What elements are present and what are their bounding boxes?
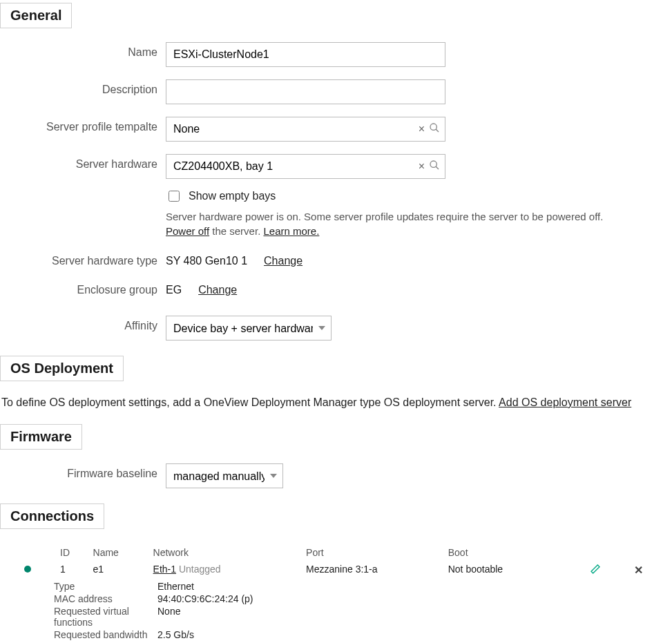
detail-mac-value: 94:40:C9:6C:24:24 (p) xyxy=(157,593,296,604)
col-name: Name xyxy=(88,544,148,561)
detail-vf-value: None xyxy=(157,606,296,628)
hardware-label: Server hardware xyxy=(0,154,166,171)
section-connections-header: Connections xyxy=(0,503,104,529)
col-port: Port xyxy=(300,544,443,561)
show-empty-bays-checkbox[interactable] xyxy=(169,191,180,202)
description-label: Description xyxy=(0,79,166,96)
svg-point-0 xyxy=(430,124,436,130)
os-deployment-text: To define OS deployment settings, add a … xyxy=(1,396,672,409)
col-id: ID xyxy=(55,544,87,561)
encgroup-value: EG xyxy=(166,284,182,296)
hwtype-change-link[interactable]: Change xyxy=(264,255,303,267)
detail-type-value: Ethernet xyxy=(157,581,296,592)
show-empty-bays-label: Show empty bays xyxy=(189,190,276,202)
hardware-combo[interactable] xyxy=(166,154,445,179)
learn-more-link[interactable]: Learn more. xyxy=(263,225,319,237)
section-firmware-header: Firmware xyxy=(0,424,82,450)
connection-row: 1 e1 Eth-1 Untagged Mezzanine 3:1-a Not … xyxy=(0,561,672,579)
col-network: Network xyxy=(148,544,300,561)
conn-name: e1 xyxy=(88,561,148,579)
clear-icon[interactable]: × xyxy=(419,123,425,135)
fwbaseline-label: Firmware baseline xyxy=(0,463,166,480)
status-dot-icon xyxy=(24,566,31,573)
section-os-header: OS Deployment xyxy=(0,356,124,381)
template-label: Server profile tempalte xyxy=(0,117,166,133)
search-icon[interactable] xyxy=(429,122,440,136)
connection-details: Type Ethernet MAC address 94:40:C9:6C:24… xyxy=(54,581,672,643)
delete-icon[interactable]: ✕ xyxy=(634,564,643,576)
col-boot: Boot xyxy=(443,544,585,561)
power-off-link[interactable]: Power off xyxy=(166,225,209,237)
detail-vf-label: Requested virtual functions xyxy=(54,606,157,628)
conn-port: Mezzanine 3:1-a xyxy=(300,561,443,579)
detail-bw-value: 2.5 Gb/s xyxy=(157,629,296,640)
template-combo[interactable] xyxy=(166,117,445,142)
hwtype-label: Server hardware type xyxy=(0,251,166,267)
encgroup-change-link[interactable]: Change xyxy=(198,284,237,296)
power-hint: Server hardware power is on. Some server… xyxy=(166,209,622,238)
conn-id: 1 xyxy=(55,561,87,579)
svg-point-2 xyxy=(430,161,436,167)
fwbaseline-select[interactable]: managed manually xyxy=(166,463,283,488)
edit-icon[interactable] xyxy=(590,566,601,577)
svg-line-1 xyxy=(436,129,439,132)
connections-table: ID Name Network Port Boot 1 e1 Eth-1 Unt… xyxy=(0,544,672,579)
name-label: Name xyxy=(0,42,166,59)
add-os-deployment-link[interactable]: Add OS deployment server xyxy=(499,396,631,408)
description-input[interactable] xyxy=(166,79,445,104)
svg-line-3 xyxy=(436,166,439,169)
section-general-header: General xyxy=(0,3,72,28)
conn-boot: Not bootable xyxy=(443,561,585,579)
name-input[interactable] xyxy=(166,42,445,67)
affinity-select[interactable]: Device bay + server hardware xyxy=(166,316,332,340)
conn-network-link[interactable]: Eth-1 xyxy=(153,564,176,575)
conn-network-tag: Untagged xyxy=(179,564,221,575)
encgroup-label: Enclosure group xyxy=(0,280,166,296)
detail-type-label: Type xyxy=(54,581,157,592)
affinity-label: Affinity xyxy=(0,316,166,332)
detail-mac-label: MAC address xyxy=(54,593,157,604)
search-icon[interactable] xyxy=(429,160,440,173)
detail-bw-label: Requested bandwidth xyxy=(54,629,157,640)
clear-icon[interactable]: × xyxy=(419,160,425,173)
hwtype-value: SY 480 Gen10 1 xyxy=(166,255,247,267)
